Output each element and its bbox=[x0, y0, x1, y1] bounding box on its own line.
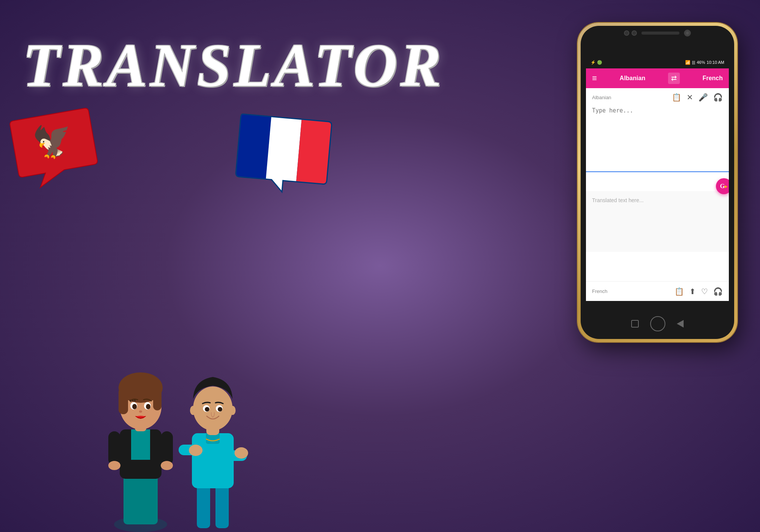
time-display: 10:10 AM bbox=[707, 60, 724, 65]
wifi-icon: 📶 bbox=[685, 60, 690, 65]
svg-rect-15 bbox=[119, 388, 128, 414]
svg-rect-7 bbox=[131, 429, 150, 460]
mic-button[interactable]: 🎤 bbox=[698, 93, 708, 102]
output-section: Translated text here... bbox=[586, 191, 729, 252]
svg-point-20 bbox=[146, 404, 150, 409]
phone-mockup: ⚡ 🟢 📶 ||| 46% 10:10 AM ≡ Albanian ⇄ Fren… bbox=[578, 23, 737, 342]
characters-area bbox=[84, 266, 312, 532]
app-title: TRANSLATOR bbox=[23, 30, 444, 101]
input-textarea[interactable] bbox=[592, 106, 723, 166]
translated-text: Translated text here... bbox=[592, 197, 723, 203]
svg-rect-8 bbox=[108, 431, 120, 466]
svg-point-38 bbox=[218, 407, 222, 412]
camera-dot-left bbox=[624, 30, 629, 36]
share-output-button[interactable]: ⬆ bbox=[689, 287, 696, 296]
status-bar: ⚡ 🟢 📶 ||| 46% 10:10 AM bbox=[586, 56, 729, 68]
svg-point-11 bbox=[161, 461, 173, 470]
french-bubble bbox=[232, 110, 334, 203]
svg-point-30 bbox=[234, 447, 248, 459]
svg-point-19 bbox=[132, 404, 137, 409]
listen-output-button[interactable]: 🎧 bbox=[713, 287, 723, 296]
clear-input-button[interactable]: ✕ bbox=[687, 93, 693, 102]
listen-input-button[interactable]: 🎧 bbox=[713, 93, 723, 102]
svg-rect-26 bbox=[215, 483, 229, 528]
favorite-button[interactable]: ♡ bbox=[701, 287, 708, 296]
svg-point-31 bbox=[189, 445, 203, 456]
battery-level: 46% bbox=[697, 60, 705, 65]
translate-button-row: G ▶ bbox=[586, 171, 729, 191]
albanian-bubble: 🦅 bbox=[5, 103, 105, 199]
man-character bbox=[175, 350, 251, 532]
svg-rect-5 bbox=[124, 471, 158, 524]
svg-point-39 bbox=[190, 406, 196, 415]
speaker-bar bbox=[641, 32, 679, 35]
app-header: ≡ Albanian ⇄ French bbox=[586, 68, 729, 88]
signal-icon: ||| bbox=[692, 60, 695, 65]
svg-point-37 bbox=[205, 407, 209, 412]
svg-rect-16 bbox=[153, 388, 162, 410]
front-camera bbox=[684, 30, 691, 36]
phone-bottom-nav bbox=[631, 316, 684, 331]
nav-recent-button[interactable] bbox=[631, 320, 639, 328]
swap-languages-button[interactable]: ⇄ bbox=[668, 73, 680, 84]
svg-rect-3 bbox=[295, 119, 334, 198]
svg-point-9 bbox=[108, 461, 120, 470]
input-section: Albanian 📋 ✕ 🎤 🎧 bbox=[586, 88, 729, 171]
target-language-header[interactable]: French bbox=[703, 75, 723, 82]
svg-rect-10 bbox=[161, 431, 173, 466]
copy-output-button[interactable]: 📋 bbox=[674, 287, 684, 296]
menu-button[interactable]: ≡ bbox=[592, 73, 597, 83]
woman-character bbox=[103, 342, 179, 532]
status-icons: 📶 ||| 46% 10:10 AM bbox=[685, 60, 724, 65]
camera-dot-right bbox=[632, 30, 637, 36]
source-language-header[interactable]: Albanian bbox=[620, 75, 646, 82]
svg-point-40 bbox=[230, 406, 236, 415]
usb-icon: ⚡ 🟢 bbox=[591, 60, 602, 65]
svg-point-24 bbox=[139, 410, 142, 413]
translate-button[interactable]: G ▶ bbox=[716, 178, 729, 194]
copy-input-button[interactable]: 📋 bbox=[672, 93, 681, 102]
output-action-bar: French 📋 ⬆ ♡ 🎧 bbox=[586, 281, 729, 301]
input-language-label: Albanian bbox=[592, 95, 611, 100]
nav-back-button[interactable] bbox=[677, 320, 684, 328]
svg-point-34 bbox=[193, 386, 233, 431]
svg-rect-25 bbox=[197, 483, 210, 528]
output-language-label: French bbox=[592, 288, 607, 294]
nav-home-button[interactable] bbox=[650, 316, 665, 331]
